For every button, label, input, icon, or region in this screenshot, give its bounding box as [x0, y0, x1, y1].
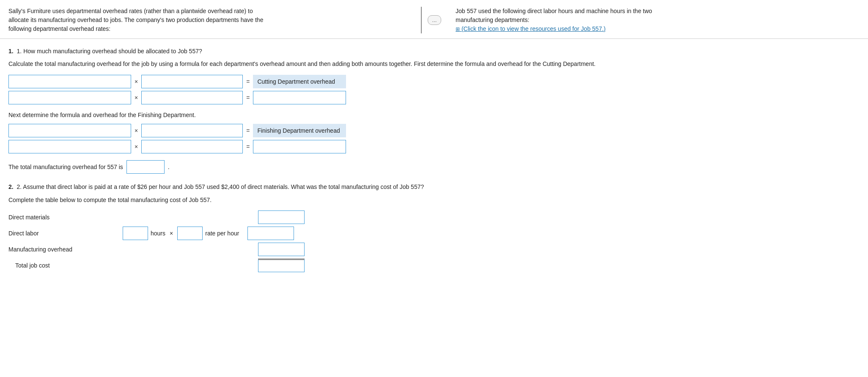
finishing-instruction: Next determine the formula and overhead … [8, 110, 860, 120]
q1-bold: 1. [8, 48, 14, 55]
total-overhead-row: The total manufacturing overhead for 557… [8, 160, 860, 174]
cutting-input1b[interactable] [141, 75, 243, 88]
top-left-line3: following departmental overhead rates: [8, 25, 412, 33]
direct-materials-value[interactable] [258, 210, 305, 224]
times-op3: × [135, 127, 138, 134]
direct-labor-label: Direct labor [8, 230, 123, 237]
cutting-formula-row1: × = Cutting Department overhead [8, 75, 860, 88]
finishing-input2b[interactable] [141, 140, 243, 153]
direct-labor-rate-input[interactable] [177, 227, 203, 240]
q2-heading-text: 2. Assume that direct labor is paid at a… [17, 183, 424, 190]
total-text-prefix: The total manufacturing overhead for 557… [8, 164, 123, 170]
cutting-result-label: Cutting Department overhead [253, 75, 346, 88]
direct-labor-row: Direct labor hours × rate per hour [8, 226, 860, 241]
top-right-line1: Job 557 used the following direct labor … [456, 7, 860, 16]
direct-labor-controls: hours × rate per hour [123, 227, 239, 240]
total-job-cost-value[interactable] [258, 259, 305, 272]
top-right-link[interactable]: ⊞ (Click the icon to view the resources … [456, 25, 860, 33]
main-content: 1. 1. How much manufacturing overhead sh… [0, 39, 868, 281]
finishing-result-input[interactable] [253, 140, 346, 153]
finishing-input1a[interactable] [8, 124, 131, 137]
cost-table: Direct materials Direct labor hours × ra… [8, 210, 860, 273]
question2-heading: 2. 2. Assume that direct labor is paid a… [8, 182, 860, 191]
top-right-text: Job 557 used the following direct labor … [447, 7, 868, 33]
finishing-input2a[interactable] [8, 140, 131, 153]
total-job-cost-row: Total job cost [8, 258, 860, 273]
cutting-result-input[interactable] [253, 91, 346, 104]
top-right-line2: manufacturing departments: [456, 16, 860, 25]
top-section: Sally's Furniture uses departmental over… [0, 0, 868, 39]
equals-op3: = [246, 127, 250, 134]
total-overhead-input[interactable] [126, 160, 165, 174]
q2-instruction: Complete the table below to compute the … [8, 195, 860, 205]
direct-labor-hours-input[interactable] [123, 227, 148, 240]
top-left-line2: allocate its manufacturing overhead to j… [8, 16, 412, 25]
cutting-input2b[interactable] [141, 91, 243, 104]
equals-op2: = [246, 94, 250, 101]
times-op2: × [135, 94, 138, 101]
manufacturing-overhead-value[interactable] [258, 243, 305, 256]
manufacturing-overhead-label: Manufacturing overhead [8, 246, 123, 253]
dots-button[interactable]: ... [428, 15, 442, 25]
cutting-input1a[interactable] [8, 75, 131, 88]
finishing-result-label: Finishing Department overhead [253, 124, 346, 137]
finishing-input1b[interactable] [141, 124, 243, 137]
equals-op1: = [246, 78, 250, 85]
q1-heading-text: 1. How much manufacturing overhead shoul… [17, 48, 202, 55]
times-op4: × [135, 143, 138, 150]
top-left-text: Sally's Furniture uses departmental over… [0, 7, 422, 33]
finishing-formula-row1: × = Finishing Department overhead [8, 124, 860, 137]
q1-instruction: Calculate the total manufacturing overhe… [8, 59, 860, 68]
times-op1: × [135, 78, 138, 85]
total-text-suffix: . [168, 164, 170, 170]
question1-heading: 1. 1. How much manufacturing overhead sh… [8, 46, 860, 56]
finishing-formula-row2: × = [8, 140, 860, 153]
manufacturing-overhead-row: Manufacturing overhead [8, 242, 860, 257]
hours-label: hours [151, 230, 165, 237]
top-left-line1: Sally's Furniture uses departmental over… [8, 7, 412, 16]
direct-materials-row: Direct materials [8, 210, 860, 225]
times-label: × [170, 230, 173, 237]
rate-label: rate per hour [205, 230, 239, 237]
cutting-formula-row2: × = [8, 91, 860, 104]
resources-link-text: (Click the icon to view the resources us… [461, 25, 606, 32]
total-job-cost-label: Total job cost [8, 262, 123, 269]
equals-op4: = [246, 143, 250, 150]
direct-labor-value[interactable] [247, 227, 294, 240]
resources-link-icon: ⊞ [456, 26, 460, 32]
direct-materials-label: Direct materials [8, 214, 123, 221]
dots-label: ... [432, 17, 437, 23]
cutting-input2a[interactable] [8, 91, 131, 104]
q2-bold: 2. [8, 183, 14, 190]
